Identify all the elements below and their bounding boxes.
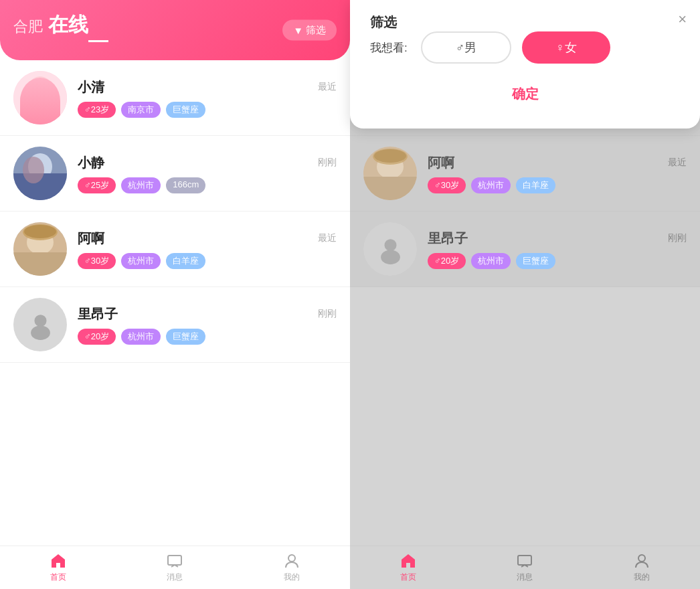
filter-modal: 筛选 × 我想看: ♂男 ♀女 确定: [350, 0, 700, 129]
list-item[interactable]: 小静 刚刚 ♂25岁 杭州市 166cm: [0, 136, 350, 212]
user-name: 里昂子: [428, 230, 468, 248]
tag: 杭州市: [121, 177, 161, 193]
tag: 巨蟹座: [516, 253, 555, 269]
user-time: 刚刚: [318, 308, 337, 320]
tag: 杭州市: [471, 253, 511, 269]
right-nav-item-home[interactable]: 首页: [350, 546, 466, 589]
tag: ♂25岁: [78, 177, 116, 193]
user-name: 小静: [78, 154, 104, 172]
filter-want-see-label: 我想看:: [370, 40, 408, 56]
gender-buttons: ♂男 ♀女: [421, 31, 610, 64]
tag: ♂30岁: [78, 253, 116, 269]
tag: ♂23岁: [78, 102, 116, 118]
user-time: 最近: [668, 157, 687, 169]
user-tags: ♂23岁 南京市 巨蟹座: [78, 102, 337, 118]
avatar: [13, 71, 67, 124]
gender-male-button[interactable]: ♂男: [421, 31, 512, 64]
svg-point-8: [23, 157, 44, 183]
right-nav-label-profile: 我的: [634, 572, 650, 583]
filter-modal-title: 筛选: [370, 15, 397, 29]
svg-point-13: [24, 225, 56, 238]
tag: 白羊座: [166, 253, 205, 269]
tag: 166cm: [166, 177, 205, 193]
list-item[interactable]: 里昂子 刚刚 ♂20岁 杭州市 巨蟹座: [0, 287, 350, 363]
user-tags: ♂20岁 杭州市 巨蟹座: [78, 329, 337, 345]
filter-row-gender: 我想看: ♂男 ♀女: [370, 31, 680, 64]
avatar: [13, 298, 67, 351]
filter-button[interactable]: ▼ 筛选: [282, 20, 337, 41]
filter-label: 筛选: [306, 24, 326, 37]
header-city: 合肥: [13, 17, 43, 37]
tag: 杭州市: [121, 253, 161, 269]
user-name-row: 小清 最近: [78, 78, 337, 96]
list-item: 里昂子 刚刚 ♂20岁 杭州市 巨蟹座: [350, 212, 700, 287]
right-nav-label-home: 首页: [400, 572, 416, 583]
svg-point-17: [288, 555, 295, 562]
user-tags: ♂30岁 杭州市 白羊座: [78, 253, 337, 269]
right-bottom-nav: 首页 消息 我的: [350, 545, 700, 589]
user-time: 最近: [318, 232, 337, 244]
svg-point-3: [20, 84, 47, 118]
svg-rect-0: [13, 71, 67, 124]
user-name-row: 里昂子 刚刚: [428, 230, 687, 248]
header-title: 在线: [48, 13, 88, 35]
profile-icon: [633, 552, 650, 570]
right-panel: 小静 刚刚 ♂25岁 杭州市 166cm: [350, 0, 700, 589]
list-item[interactable]: 阿啊 最近 ♂30岁 杭州市 白羊座: [0, 212, 350, 287]
tag: 白羊座: [516, 177, 555, 193]
user-name: 阿啊: [428, 154, 454, 172]
nav-label-home: 首页: [50, 572, 66, 583]
svg-point-2: [28, 76, 52, 103]
svg-rect-25: [363, 177, 417, 200]
tag: 巨蟹座: [166, 329, 205, 345]
tag: ♂30岁: [428, 177, 466, 193]
right-nav-item-messages[interactable]: 消息: [466, 546, 583, 589]
svg-rect-30: [518, 556, 531, 565]
user-name-row: 小静 刚刚: [78, 154, 337, 172]
nav-item-profile[interactable]: 我的: [234, 546, 350, 589]
messages-icon: [516, 552, 533, 570]
nav-item-messages[interactable]: 消息: [116, 546, 233, 589]
user-name: 里昂子: [78, 305, 118, 323]
tag: 巨蟹座: [166, 102, 205, 118]
user-name-row: 阿啊 最近: [78, 230, 337, 248]
svg-point-1: [21, 88, 59, 124]
user-time: 刚刚: [668, 232, 687, 244]
nav-label-messages: 消息: [167, 572, 183, 583]
tag: 杭州市: [121, 329, 161, 345]
tag: 杭州市: [471, 177, 511, 193]
svg-point-28: [384, 239, 396, 251]
left-panel: 合肥 在线 ▼ 筛选 小清 最近: [0, 0, 350, 589]
user-time: 刚刚: [318, 157, 337, 169]
right-nav-label-messages: 消息: [517, 572, 533, 583]
svg-point-31: [638, 555, 645, 562]
confirm-button[interactable]: 确定: [370, 80, 680, 108]
header-underline: [88, 40, 108, 42]
user-name-row: 里昂子 刚刚: [78, 305, 337, 323]
svg-rect-11: [13, 252, 67, 276]
nav-item-home[interactable]: 首页: [0, 546, 116, 589]
user-name-row: 阿啊 最近: [428, 154, 687, 172]
tag: ♂20岁: [78, 329, 116, 345]
user-tags: ♂30岁 杭州市 白羊座: [428, 177, 687, 193]
gender-female-button[interactable]: ♀女: [522, 31, 610, 64]
user-name: 小清: [78, 78, 104, 96]
user-info: 阿啊 最近 ♂30岁 杭州市 白羊座: [428, 154, 687, 193]
avatar: [363, 222, 417, 276]
svg-point-15: [31, 325, 50, 340]
profile-icon: [283, 552, 300, 570]
user-info: 小清 最近 ♂23岁 南京市 巨蟹座: [78, 78, 337, 118]
user-info: 里昂子 刚刚 ♂20岁 杭州市 巨蟹座: [78, 305, 337, 345]
user-info: 阿啊 最近 ♂30岁 杭州市 白羊座: [78, 230, 337, 269]
right-nav-item-profile[interactable]: 我的: [584, 546, 700, 589]
list-item[interactable]: 小清 最近 ♂23岁 南京市 巨蟹座: [0, 60, 350, 136]
user-tags: ♂25岁 杭州市 166cm: [78, 177, 337, 193]
filter-close-button[interactable]: ×: [678, 11, 687, 28]
svg-point-27: [374, 149, 406, 163]
home-icon: [50, 552, 67, 570]
user-name: 阿啊: [78, 230, 104, 248]
filter-icon: ▼: [293, 25, 303, 36]
avatar: [13, 147, 67, 200]
home-icon: [400, 552, 417, 570]
tag: ♂20岁: [428, 253, 466, 269]
